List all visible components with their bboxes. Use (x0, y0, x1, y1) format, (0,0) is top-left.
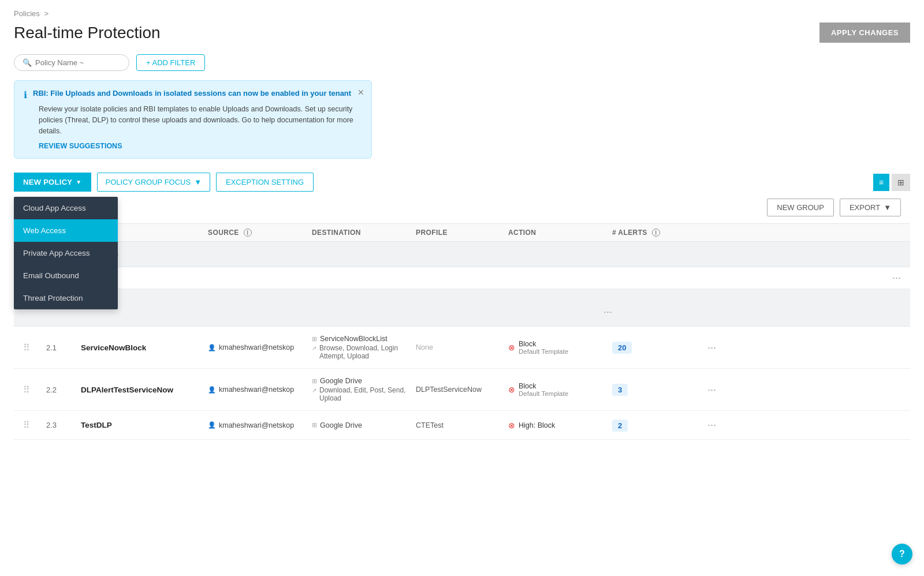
user-icon: 👤 (208, 344, 216, 351)
block-icon-2-3: ⊗ (508, 421, 515, 430)
group-row-default: 2. Default (25/40) ··· (14, 289, 910, 327)
dropdown-item-threat-protection[interactable]: Threat Protection (14, 287, 118, 309)
alerts-badge-2-3: 2 (612, 420, 628, 432)
source-cell-2-1: 👤 kmaheshwari@netskop (208, 343, 312, 351)
activity-icon-2-1: ↗ (312, 345, 316, 351)
page-title: Real-time Protection (14, 24, 161, 42)
activity-icon-2-2: ↗ (312, 387, 316, 394)
dest-cell-2-3: ⊞ Google Drive (312, 421, 416, 429)
policy-num-2-2: 2.2 (46, 386, 81, 394)
user-icon-2-2: 👤 (208, 386, 216, 394)
info-icon: ℹ (24, 89, 27, 100)
info-banner: ℹ RBI: File Uploads and Downloads in iso… (14, 80, 372, 159)
source-cell-2-3: 👤 kmaheshwari@netskop (208, 421, 312, 429)
review-suggestions-link[interactable]: REVIEW SUGGESTIONS (39, 142, 362, 150)
policy-name-2-2: DLPAlertTestServiceNow (81, 386, 208, 394)
app-icon-2-3: ⊞ (312, 421, 317, 429)
banner-title: RBI: File Uploads and Downloads in isola… (33, 89, 362, 98)
alerts-info-icon: i (652, 229, 660, 237)
list-view-button[interactable]: ≡ (873, 174, 889, 191)
source-cell-2-2: 👤 kmaheshwari@netskop (208, 386, 312, 394)
dropdown-item-cloud-app-access[interactable]: Cloud App Access (14, 197, 118, 219)
search-input[interactable] (35, 58, 116, 67)
drag-handle-2-2[interactable]: ⠿ (23, 384, 46, 395)
group-row-header-policies: 1. Header Policies (0) (14, 242, 910, 267)
col-header-source: SOURCE i (208, 229, 312, 237)
alerts-badge-2-2: 3 (612, 384, 628, 396)
group2-more-button[interactable]: ··· (508, 306, 612, 318)
new-policy-dropdown-arrow: ▼ (76, 179, 81, 185)
breadcrumb-separator: > (44, 9, 49, 18)
policy-more-button-2-1[interactable]: ··· (707, 342, 716, 353)
dropdown-item-web-access[interactable]: Web Access (14, 219, 118, 242)
page-container: Policies > Real-time Protection APPLY CH… (0, 0, 924, 576)
group1-more-button[interactable]: ··· (892, 272, 901, 284)
policy-row: ⠿ 2.2 DLPAlertTestServiceNow 👤 kmaheshwa… (14, 369, 910, 411)
col-header-alerts: # ALERTS i (612, 229, 681, 237)
col-header-action: ACTION (508, 229, 612, 237)
profile-cell-2-2: DLPTestServiceNow (416, 386, 508, 394)
dropdown-item-private-app-access[interactable]: Private App Access (14, 242, 118, 264)
new-group-button[interactable]: NEW GROUP (767, 199, 834, 216)
policy-num-2-3: 2.3 (46, 421, 81, 429)
info-banner-header: ℹ RBI: File Uploads and Downloads in iso… (24, 89, 362, 100)
policy-more-button-2-2[interactable]: ··· (707, 384, 716, 395)
table-header-bar: NEW GROUP EXPORT ▼ (14, 192, 910, 223)
action-cell-2-1: ⊗ Block Default Template (508, 340, 612, 355)
banner-close-button[interactable]: ✕ (357, 88, 364, 97)
policy-row: ⠿ 2.1 ServiceNowBlock 👤 kmaheshwari@nets… (14, 327, 910, 369)
search-bar: 🔍 + ADD FILTER (14, 54, 910, 71)
app-icon-2-2: ⊞ (312, 377, 317, 385)
policy-name-2-3: TestDLP (81, 421, 208, 429)
policy-group-arrow-icon: ▼ (194, 178, 202, 186)
action-cell-2-3: ⊗ High: Block (508, 421, 612, 430)
new-policy-dropdown: Cloud App Access Web Access Private App … (14, 197, 118, 309)
alerts-badge-2-1: 20 (612, 342, 632, 354)
exception-setting-button[interactable]: EXCEPTION SETTING (216, 173, 314, 192)
search-icon: 🔍 (23, 58, 32, 67)
search-input-wrap: 🔍 (14, 54, 129, 71)
col-header-destination: DESTINATION (312, 229, 416, 237)
help-fab[interactable]: ? (892, 544, 912, 564)
dest-cell-2-2: ⊞ Google Drive ↗ Download, Edit, Post, S… (312, 377, 416, 402)
export-button[interactable]: EXPORT ▼ (840, 199, 901, 216)
new-policy-button[interactable]: NEW POLICY ▼ (14, 173, 91, 192)
breadcrumb: Policies > (14, 9, 910, 18)
profile-cell-2-3: CTETest (416, 421, 508, 429)
page-header: Real-time Protection APPLY CHANGES (14, 23, 910, 43)
apply-changes-button[interactable]: APPLY CHANGES (819, 23, 910, 43)
policy-name-2-1: ServiceNowBlock (81, 343, 208, 352)
user-icon-2-3: 👤 (208, 421, 216, 429)
table-column-headers: NAME SOURCE i DESTINATION PROFILE ACTION… (14, 223, 910, 242)
drag-handle-2-3[interactable]: ⠿ (23, 420, 46, 431)
app-icon-2-1: ⊞ (312, 335, 317, 343)
col-header-profile: PROFILE (416, 229, 508, 237)
block-icon-2-1: ⊗ (508, 343, 515, 352)
table-area: NEW GROUP EXPORT ▼ NAME SOURCE i DESTINA… (14, 192, 910, 440)
policy-row: ⠿ 2.3 TestDLP 👤 kmaheshwari@netskop ⊞ Go… (14, 411, 910, 440)
policy-group-focus-button[interactable]: POLICY GROUP FOCUS ▼ (97, 173, 210, 192)
drag-handle-2-1[interactable]: ⠿ (23, 342, 46, 353)
export-dropdown-arrow-icon: ▼ (884, 203, 891, 212)
grid-view-button[interactable]: ⊞ (892, 174, 910, 191)
action-cell-2-2: ⊗ Block Default Template (508, 382, 612, 397)
dest-cell-2-1: ⊞ ServiceNowBlockList ↗ Browse, Download… (312, 335, 416, 360)
dropdown-item-email-outbound[interactable]: Email Outbound (14, 264, 118, 287)
banner-description: Review your isolate policies and RBI tem… (39, 104, 362, 136)
block-icon-2-2: ⊗ (508, 385, 515, 394)
policy-more-button-2-3[interactable]: ··· (707, 419, 716, 431)
profile-cell-2-1: None (416, 343, 508, 351)
toolbar: NEW POLICY ▼ Cloud App Access Web Access… (14, 173, 910, 192)
policy-num-2-1: 2.1 (46, 343, 81, 352)
add-filter-button[interactable]: + ADD FILTER (136, 54, 205, 71)
view-toggle: ≡ ⊞ (873, 174, 910, 191)
breadcrumb-parent[interactable]: Policies (14, 9, 40, 18)
group1-more-row: ··· (14, 267, 910, 289)
source-info-icon: i (244, 229, 252, 237)
